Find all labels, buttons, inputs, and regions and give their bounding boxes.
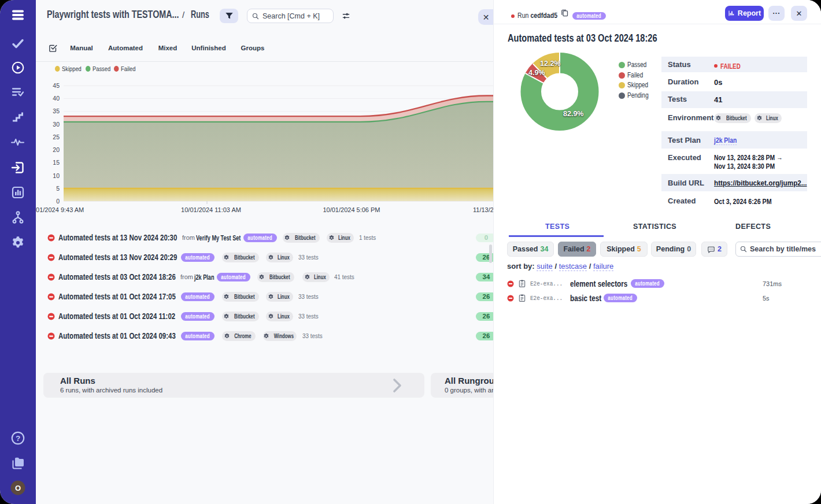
svg-text:10: 10 <box>53 172 60 179</box>
svg-text:20: 20 <box>53 146 60 153</box>
svg-text:?: ? <box>16 434 20 443</box>
svg-text:5: 5 <box>56 185 60 192</box>
svg-text:25: 25 <box>53 134 60 140</box>
svg-text:30: 30 <box>53 121 60 128</box>
svg-text:10/01/2024 5:06 PM: 10/01/2024 5:06 PM <box>323 206 380 213</box>
svg-text:11/13/2024 8:28 PM: 11/13/2024 8:28 PM <box>473 206 493 213</box>
svg-text:40: 40 <box>53 95 60 102</box>
svg-text:0: 0 <box>56 198 60 205</box>
svg-text:35: 35 <box>53 108 60 114</box>
svg-text:10/01/2024 9:43 AM: 10/01/2024 9:43 AM <box>36 206 84 213</box>
svg-text:45: 45 <box>53 82 60 89</box>
svg-text:15: 15 <box>53 159 60 166</box>
svg-text:10/01/2024 11:03 AM: 10/01/2024 11:03 AM <box>181 206 241 213</box>
